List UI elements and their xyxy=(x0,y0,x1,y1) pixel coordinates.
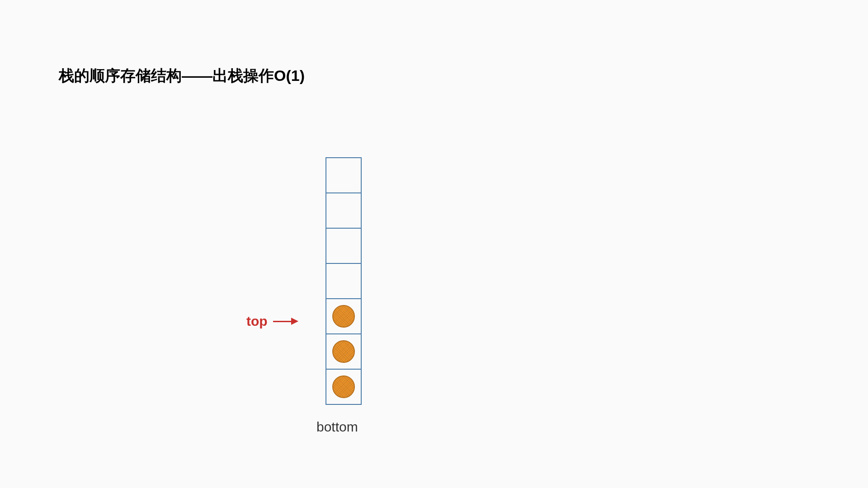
stack-cell-empty xyxy=(326,157,362,193)
stack-cell-empty xyxy=(326,263,362,299)
top-pointer-label: top xyxy=(246,314,298,329)
stack-element-icon xyxy=(332,305,355,328)
stack-cell-top xyxy=(326,298,362,334)
diagram-title: 栈的顺序存储结构——出栈操作O(1) xyxy=(59,66,305,86)
stack-element-icon xyxy=(332,340,355,363)
arrow-right-icon xyxy=(273,317,298,326)
stack-cell-bottom xyxy=(326,369,362,405)
bottom-label: bottom xyxy=(316,419,358,435)
top-text: top xyxy=(246,314,268,329)
stack-cell-empty xyxy=(326,192,362,229)
stack-cell-empty xyxy=(326,228,362,264)
stack-diagram xyxy=(326,157,362,405)
stack-cell xyxy=(326,333,362,370)
stack-element-icon xyxy=(332,375,355,398)
